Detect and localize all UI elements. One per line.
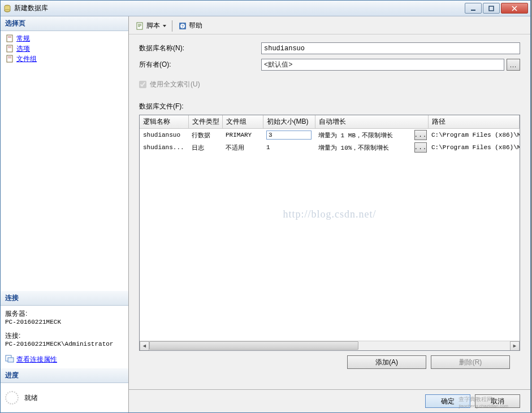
- col-filegroup[interactable]: 文件组: [222, 115, 263, 129]
- col-logical[interactable]: 逻辑名称: [140, 115, 188, 129]
- titlebar[interactable]: 新建数据库: [1, 1, 530, 16]
- spinner-icon: [5, 391, 19, 405]
- connection-section: 服务器: PC-20160221MECK 连接: PC-20160221MECK…: [1, 306, 128, 368]
- connection-value: PC-20160221MECK\Administrator: [5, 341, 124, 347]
- form-area: 数据库名称(N): 所有者(O): ... 使用全文索引(U): [129, 34, 530, 102]
- svg-text:?: ?: [181, 24, 184, 28]
- cell-filegroup[interactable]: PRIMARY: [222, 129, 263, 142]
- autogrow-button[interactable]: ...: [414, 130, 427, 140]
- remove-button: 删除(R): [431, 355, 510, 369]
- grid-row[interactable]: shudiansuo 行数据 PRIMARY 增量为 1 MB，不限制增长 ..…: [140, 129, 520, 142]
- cell-path[interactable]: C:\Program Files (x86)\Micr: [428, 141, 520, 154]
- server-value: PC-20160221MECK: [5, 319, 124, 325]
- dbname-input[interactable]: [261, 42, 520, 54]
- nav-label: 常规: [16, 34, 30, 43]
- progress-section: 就绪: [1, 383, 128, 412]
- add-button[interactable]: 添加(A): [347, 355, 426, 369]
- fulltext-label: 使用全文索引(U): [150, 80, 200, 89]
- owner-label: 所有者(O):: [139, 60, 261, 69]
- scroll-left-icon[interactable]: ◄: [140, 341, 149, 351]
- svg-rect-11: [8, 56, 11, 57]
- script-icon: [136, 21, 145, 31]
- cell-autogrow: 增量为 10%，不限制增长: [315, 141, 411, 154]
- connection-label: 连接:: [5, 331, 124, 341]
- nav-list: 常规 选项 文件组: [1, 31, 128, 66]
- dialog-buttons: 确定 取消: [129, 389, 530, 412]
- page-icon: [5, 54, 14, 63]
- help-button[interactable]: ? 帮助: [176, 20, 205, 32]
- cell-path[interactable]: C:\Program Files (x86)\Micr: [428, 129, 520, 142]
- cell-logical[interactable]: shudiansuo: [140, 129, 188, 142]
- cancel-button[interactable]: 取消: [475, 394, 520, 408]
- nav-label: 文件组: [16, 54, 37, 63]
- cell-logical[interactable]: shudians...: [140, 141, 188, 154]
- help-icon: ?: [178, 21, 187, 31]
- script-button[interactable]: 脚本: [133, 20, 168, 32]
- svg-rect-12: [8, 58, 11, 58]
- ok-button[interactable]: 确定: [425, 394, 470, 408]
- svg-rect-3: [489, 6, 494, 11]
- files-label: 数据库文件(F):: [139, 102, 520, 111]
- grid-area: 数据库文件(F): 逻辑名称 文件类型 文件组 初始大小(MB): [129, 102, 530, 386]
- help-label: 帮助: [189, 21, 202, 31]
- svg-rect-6: [8, 37, 11, 38]
- progress-status: 就绪: [24, 393, 38, 403]
- minimize-button[interactable]: [465, 3, 482, 14]
- svg-rect-7: [7, 45, 12, 52]
- col-filetype[interactable]: 文件类型: [188, 115, 222, 129]
- nav-item-options[interactable]: 选项: [4, 44, 125, 54]
- window-title: 新建数据库: [14, 3, 465, 13]
- scroll-track[interactable]: [149, 341, 510, 351]
- main-panel: 脚本 ? 帮助 数据库名称(N): 所有者(O): ...: [129, 16, 530, 412]
- nav-item-filegroups[interactable]: 文件组: [4, 54, 125, 64]
- cell-filegroup: 不适用: [222, 141, 263, 154]
- cell-initsize[interactable]: 1: [263, 141, 315, 154]
- svg-rect-14: [8, 358, 14, 362]
- svg-rect-8: [8, 46, 11, 47]
- toolbar: 脚本 ? 帮助: [129, 16, 530, 34]
- nav-item-general[interactable]: 常规: [4, 33, 125, 44]
- database-icon: [3, 4, 12, 13]
- svg-rect-9: [8, 47, 11, 48]
- horizontal-scrollbar[interactable]: ◄ ►: [140, 341, 520, 350]
- autogrow-button[interactable]: ...: [414, 142, 427, 153]
- initsize-input[interactable]: [266, 131, 312, 140]
- chevron-down-icon: [163, 25, 166, 27]
- dialog-window: 新建数据库 选择页 常规 选项 文件组: [0, 0, 531, 413]
- server-label: 服务器:: [5, 309, 124, 319]
- cell-autogrow: 增量为 1 MB，不限制增长: [315, 129, 411, 142]
- grid-row[interactable]: shudians... 日志 不适用 1 增量为 10%，不限制增长 ... C…: [140, 141, 520, 154]
- svg-rect-2: [471, 10, 475, 11]
- fulltext-checkbox-row: 使用全文索引(U): [139, 75, 520, 97]
- scroll-thumb[interactable]: [149, 341, 358, 350]
- view-connection-properties[interactable]: 查看连接属性: [5, 353, 124, 365]
- toolbar-separator: [172, 20, 172, 32]
- body-area: 选择页 常规 选项 文件组 连接 服务器: PC-201602: [1, 16, 530, 412]
- owner-browse-button[interactable]: ...: [507, 59, 520, 71]
- col-path[interactable]: 路径: [428, 115, 520, 129]
- watermark-text: http://blog.csdn.net/: [283, 208, 377, 220]
- page-icon: [5, 34, 14, 43]
- col-autogrow[interactable]: 自动增长: [315, 115, 428, 129]
- cell-initsize[interactable]: [263, 129, 315, 142]
- properties-icon: [5, 354, 14, 365]
- connection-header: 连接: [1, 291, 128, 306]
- progress-header: 进度: [1, 368, 128, 383]
- view-props-link[interactable]: 查看连接属性: [16, 355, 57, 364]
- nav-label: 选项: [16, 44, 30, 53]
- page-icon: [5, 44, 14, 53]
- files-grid[interactable]: 逻辑名称 文件类型 文件组 初始大小(MB) 自动增长 路径 shudiansu…: [139, 115, 520, 351]
- select-page-header: 选择页: [1, 16, 128, 31]
- svg-rect-15: [137, 23, 142, 29]
- scroll-right-icon[interactable]: ►: [510, 341, 520, 351]
- cell-filetype: 行数据: [188, 129, 222, 142]
- grid-buttons: 添加(A) 删除(R): [139, 351, 520, 373]
- grid-header-row: 逻辑名称 文件类型 文件组 初始大小(MB) 自动增长 路径: [140, 115, 520, 129]
- owner-input[interactable]: [261, 59, 504, 71]
- close-button[interactable]: [501, 3, 528, 14]
- script-label: 脚本: [146, 21, 160, 31]
- maximize-button[interactable]: [483, 3, 500, 14]
- sidebar: 选择页 常规 选项 文件组 连接 服务器: PC-201602: [1, 16, 129, 412]
- col-initsize[interactable]: 初始大小(MB): [263, 115, 315, 129]
- dbname-label: 数据库名称(N):: [139, 44, 261, 53]
